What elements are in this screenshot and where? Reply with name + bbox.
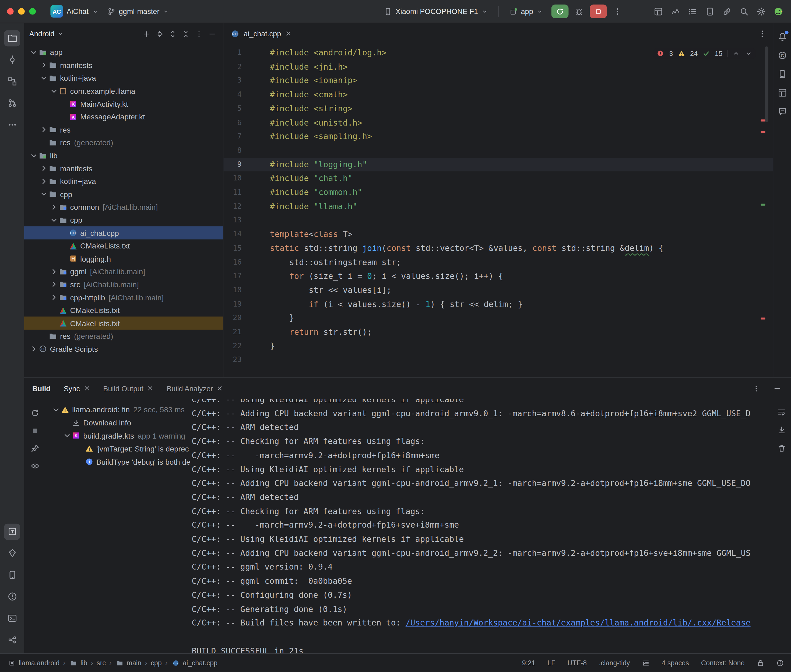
app-insights-tool-button[interactable]: [4, 545, 20, 561]
tree-item-cpp[interactable]: cpp: [24, 213, 223, 226]
tree-item-cpp[interactable]: cpp: [24, 188, 223, 201]
editor-scrollbar[interactable]: [765, 46, 769, 122]
project-tool-button[interactable]: [4, 30, 20, 46]
breadcrumb-lib[interactable]: lib: [69, 659, 87, 667]
code-line-14[interactable]: 14template<class T>: [223, 227, 773, 242]
line-number[interactable]: 22: [223, 339, 241, 353]
run-button[interactable]: [551, 5, 568, 18]
close-tab-icon[interactable]: [285, 30, 292, 37]
tree-item-cmakelists-txt[interactable]: CMakeLists.txt: [24, 239, 223, 252]
caret-position-widget[interactable]: 9:21: [522, 659, 535, 667]
project-options-button[interactable]: [193, 28, 205, 40]
code-line-20[interactable]: 20 }: [223, 311, 773, 325]
code-line-10[interactable]: 10#include "chat.h": [223, 171, 773, 186]
ai-assistant-button[interactable]: [772, 5, 785, 18]
line-number[interactable]: 1: [223, 46, 241, 60]
device-manager-button[interactable]: [703, 5, 716, 18]
expand-all-button[interactable]: [167, 28, 179, 40]
tree-item-gradle-scripts[interactable]: GGradle Scripts: [24, 342, 223, 355]
zoom-window-button[interactable]: [29, 8, 36, 14]
code-line-19[interactable]: 19 if (i < values.size() - 1) { str << d…: [223, 297, 773, 311]
run-config-selector[interactable]: app: [505, 5, 547, 18]
line-number[interactable]: 19: [223, 297, 241, 311]
tree-item-kotlin-java[interactable]: kotlin+java: [24, 72, 223, 85]
build-console[interactable]: C/C++: -- Using KleidiAI optimized kerne…: [192, 399, 769, 653]
assistant-chat-button[interactable]: [775, 104, 789, 118]
hide-panel-button[interactable]: [206, 28, 218, 40]
code-line-21[interactable]: 21 return str.str();: [223, 325, 773, 339]
line-number[interactable]: 7: [223, 130, 241, 144]
line-number[interactable]: 6: [223, 116, 241, 130]
code-line-5[interactable]: 5#include <string>: [223, 102, 773, 116]
structure-tool-button[interactable]: [4, 74, 20, 90]
line-number[interactable]: 21: [223, 325, 241, 339]
prev-problem-button[interactable]: [732, 50, 740, 58]
build-tree-item-buildtype-debug-is-both-de[interactable]: BuildType 'debug' is both de: [24, 455, 192, 468]
tree-item-res[interactable]: res(generated): [24, 136, 223, 149]
line-number[interactable]: 2: [223, 60, 241, 74]
code-line-8[interactable]: 8: [223, 144, 773, 158]
branch-selector[interactable]: ggml-master: [103, 5, 173, 18]
code-line-17[interactable]: 17 for (size_t i = 0; i < values.size();…: [223, 269, 773, 283]
build-panel-title[interactable]: Build: [32, 384, 51, 392]
code-line-6[interactable]: 6#include <unistd.h>: [223, 116, 773, 130]
tree-item-kotlin-java[interactable]: kotlin+java: [24, 175, 223, 188]
readonly-lock-widget[interactable]: [757, 659, 764, 667]
code-line-16[interactable]: 16 std::ostringstream str;: [223, 255, 773, 269]
tree-item-cpp-httplib[interactable]: cpp-httplib[AiChat.lib.main]: [24, 291, 223, 304]
code-line-18[interactable]: 18 str << values[i];: [223, 283, 773, 297]
tree-item-manifests[interactable]: manifests: [24, 59, 223, 72]
line-separator-widget[interactable]: LF: [547, 659, 555, 667]
profiler-button[interactable]: [669, 5, 682, 18]
inspections-widget[interactable]: 3 24 15: [653, 48, 756, 58]
project-view-mode[interactable]: Android: [29, 30, 55, 38]
locate-file-button[interactable]: [153, 28, 165, 40]
tree-item-res[interactable]: res: [24, 123, 223, 136]
breadcrumb-cpp[interactable]: cpp: [151, 659, 162, 667]
encoding-widget[interactable]: UTF-8: [567, 659, 587, 667]
close-tab-icon[interactable]: [217, 385, 223, 392]
pull-requests-tool-button[interactable]: [4, 95, 20, 111]
add-button[interactable]: [140, 28, 152, 40]
clang-tidy-widget[interactable]: .clang-tidy: [599, 659, 630, 667]
editor-tab-ai-chat-cpp[interactable]: C++ ai_chat.cpp: [223, 23, 299, 44]
line-number[interactable]: 15: [223, 242, 241, 256]
tree-item-logging-h[interactable]: Hlogging.h: [24, 252, 223, 265]
tree-item-ggml[interactable]: ggml[AiChat.lib.main]: [24, 265, 223, 278]
tree-item-cmakelists-txt[interactable]: CMakeLists.txt: [24, 304, 223, 317]
line-number[interactable]: 4: [223, 88, 241, 102]
line-number[interactable]: 9: [223, 158, 241, 171]
breadcrumb-llama-android[interactable]: llama.android: [7, 659, 59, 667]
soft-wrap-button[interactable]: [776, 406, 787, 418]
link-project-button[interactable]: [720, 5, 734, 18]
stop-button[interactable]: [590, 5, 607, 18]
build-tab-build-analyzer[interactable]: Build Analyzer: [167, 384, 223, 392]
line-number[interactable]: 17: [223, 269, 241, 283]
code-line-7[interactable]: 7#include <sampling.h>: [223, 130, 773, 144]
line-number[interactable]: 10: [223, 171, 241, 186]
tree-item-lib[interactable]: lib: [24, 149, 223, 162]
code-line-23[interactable]: 23: [223, 353, 773, 367]
more-tools-button[interactable]: [4, 117, 20, 133]
code-line-2[interactable]: 2#include <jni.h>: [223, 60, 773, 74]
scroll-to-end-button[interactable]: [776, 424, 787, 435]
tree-item-ai-chat-cpp[interactable]: C++ai_chat.cpp: [24, 226, 223, 239]
tree-item-common[interactable]: common[AiChat.lib.main]: [24, 201, 223, 213]
breadcrumb-main[interactable]: main: [115, 659, 141, 667]
line-number[interactable]: 20: [223, 311, 241, 325]
build-tree-item-jvmtarget-string-is-deprec[interactable]: 'jvmTarget: String' is deprec: [24, 442, 192, 455]
search-everywhere-button[interactable]: [738, 5, 751, 18]
line-number[interactable]: 16: [223, 255, 241, 269]
line-number[interactable]: 13: [223, 213, 241, 227]
line-number[interactable]: 11: [223, 186, 241, 200]
indent-widget[interactable]: 4 spaces: [662, 659, 689, 667]
device-selector[interactable]: Xiaomi POCOPHONE F1: [379, 5, 492, 18]
code-line-13[interactable]: 13: [223, 213, 773, 227]
build-tree-item-llama-android-fin[interactable]: llama.android: fin22 sec, 583 ms: [24, 403, 192, 416]
line-number[interactable]: 23: [223, 353, 241, 367]
build-tab-sync[interactable]: Sync: [64, 384, 90, 392]
tree-item-manifests[interactable]: manifests: [24, 162, 223, 175]
error-stripe-mark[interactable]: [761, 318, 765, 320]
change-stripe-mark[interactable]: [761, 203, 765, 205]
tree-item-res[interactable]: res(generated): [24, 330, 223, 342]
